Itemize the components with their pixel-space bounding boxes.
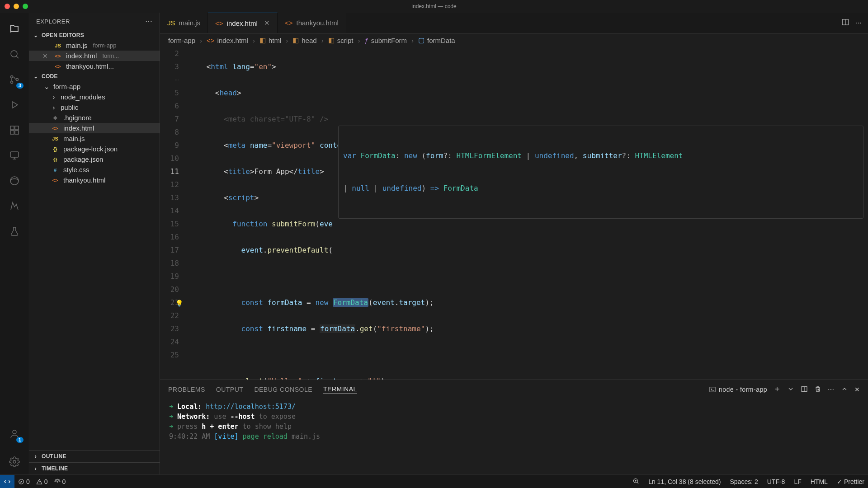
remote-indicator[interactable] <box>0 475 14 488</box>
timeline-section[interactable]: › TIMELINE <box>29 462 160 474</box>
open-editor-index[interactable]: ✕ <> index.html form... <box>29 51 160 61</box>
indentation[interactable]: Spaces: 2 <box>730 478 758 485</box>
svg-point-16 <box>57 481 57 482</box>
eol[interactable]: LF <box>794 478 801 485</box>
panel-tab-problems[interactable]: PROBLEMS <box>168 386 205 393</box>
tree-main-js[interactable]: JS main.js <box>29 133 160 144</box>
tree-package-lock[interactable]: {} package-lock.json <box>29 144 160 154</box>
tab-thankyou[interactable]: <> thankyou.html <box>278 13 346 33</box>
explorer-icon[interactable] <box>4 18 25 40</box>
editor-actions: ⋯ <box>835 13 868 33</box>
panel-tab-terminal[interactable]: TERMINAL <box>323 385 357 394</box>
search-icon[interactable] <box>4 43 25 65</box>
chevron-down-icon: ⌄ <box>33 73 39 80</box>
more-actions-icon[interactable]: ⋯ <box>856 19 862 26</box>
crumb-script: ◧ script <box>328 36 354 44</box>
tree-index-html[interactable]: <> index.html <box>29 123 160 133</box>
terminal-content[interactable]: ➜ Local: http://localhost:5173/ ➜ Networ… <box>160 399 868 474</box>
crumb-file: <>index.html <box>207 37 248 44</box>
cursor-position[interactable]: Ln 11, Col 38 (8 selected) <box>648 478 721 485</box>
sidebar: EXPLORER ⋯ ⌄ OPEN EDITORS JS main.js for… <box>29 13 160 474</box>
tab-close-icon[interactable]: ✕ <box>264 19 270 27</box>
chevron-right-icon: › <box>33 465 39 472</box>
editor-tabs: JS main.js <> index.html ✕ <> thankyou.h… <box>160 13 868 33</box>
port-forward[interactable]: 0 <box>54 478 66 485</box>
settings-gear-icon[interactable] <box>4 451 25 473</box>
terminal-label[interactable]: node - form-app <box>709 386 767 393</box>
live-share-icon[interactable] <box>4 195 25 217</box>
debug-icon[interactable] <box>4 94 25 116</box>
explorer-header: EXPLORER ⋯ <box>29 13 160 30</box>
split-terminal-icon[interactable] <box>801 385 808 394</box>
editor-group: JS main.js <> index.html ✕ <> thankyou.h… <box>160 13 868 474</box>
svg-point-9 <box>10 177 19 185</box>
window-title: index.html — code <box>0 3 868 9</box>
tab-main-js[interactable]: JS main.js <box>160 13 208 33</box>
scm-icon[interactable]: 3 <box>4 69 25 90</box>
tree-public[interactable]: › public <box>29 102 160 113</box>
tree-node-modules[interactable]: › node_modules <box>29 92 160 102</box>
encoding[interactable]: UTF-8 <box>767 478 785 485</box>
svg-rect-6 <box>10 131 14 134</box>
accounts-icon[interactable]: 1 <box>4 423 25 445</box>
remote-explorer-icon[interactable] <box>4 145 25 166</box>
svg-point-11 <box>13 460 16 463</box>
svg-rect-13 <box>710 387 715 392</box>
accounts-badge: 1 <box>16 437 24 443</box>
more-terminal-icon[interactable]: ⋯ <box>828 386 835 393</box>
error-count[interactable]: 0 <box>18 478 30 485</box>
split-editor-icon[interactable] <box>841 18 849 28</box>
panel-tabs: PROBLEMS OUTPUT DEBUG CONSOLE TERMINAL n… <box>160 380 868 399</box>
language-mode[interactable]: HTML <box>811 478 828 485</box>
warning-count[interactable]: 0 <box>36 478 48 485</box>
js-file-icon: JS <box>53 43 62 48</box>
open-editor-thankyou[interactable]: <> thankyou.html... <box>29 61 160 71</box>
new-terminal-icon[interactable] <box>774 385 781 394</box>
explorer-title: EXPLORER <box>36 18 70 25</box>
panel: PROBLEMS OUTPUT DEBUG CONSOLE TERMINAL n… <box>160 380 868 474</box>
html-file-icon: <> <box>53 53 62 59</box>
titlebar: index.html — code <box>0 0 868 13</box>
outline-section[interactable]: › OUTLINE <box>29 450 160 462</box>
beaker-icon[interactable] <box>4 221 25 242</box>
crumb-html: ◧ html <box>259 36 281 44</box>
breadcrumb[interactable]: form-app › <>index.html › ◧ html › ◧ hea… <box>160 33 868 47</box>
js-file-icon: JS <box>51 136 60 141</box>
open-editor-main[interactable]: JS main.js form-app <box>29 40 160 51</box>
tree-hgignore[interactable]: ◆ .hgignore <box>29 113 160 123</box>
folder-form-app[interactable]: ⌄ form-app <box>29 81 160 92</box>
html-file-icon: <> <box>285 19 293 27</box>
close-panel-icon[interactable]: ✕ <box>854 386 860 393</box>
status-bar: 0 0 0 Ln 11, Col 38 (8 selected) Spaces:… <box>0 474 868 488</box>
panel-tab-output[interactable]: OUTPUT <box>216 386 244 393</box>
svg-point-0 <box>11 51 17 57</box>
tree-style-css[interactable]: # style.css <box>29 164 160 175</box>
tree-package-json[interactable]: {} package.json <box>29 154 160 164</box>
parameter-hint-popup: var FormData: new (form?: HTMLFormElemen… <box>338 126 863 219</box>
tree-thankyou-html[interactable]: <> thankyou.html <box>29 175 160 185</box>
open-editors-section[interactable]: ⌄ OPEN EDITORS <box>29 30 160 40</box>
chevron-down-icon: ⌄ <box>33 32 39 38</box>
code-content: <html lang="en"> <head> <meta charset="U… <box>189 47 868 380</box>
svg-rect-8 <box>10 152 19 157</box>
close-icon[interactable]: ✕ <box>41 52 50 60</box>
code-editor[interactable]: 23⋯5678910111213141516171819202122232425… <box>160 47 868 380</box>
maximize-panel-icon[interactable] <box>841 385 848 394</box>
status-zoom-icon[interactable] <box>632 478 639 486</box>
lightbulb-icon[interactable]: 💡 <box>175 297 183 310</box>
extensions-icon[interactable] <box>4 119 25 141</box>
kill-terminal-icon[interactable] <box>814 385 821 394</box>
panel-tab-debug[interactable]: DEBUG CONSOLE <box>254 386 312 393</box>
js-file-icon: JS <box>167 19 175 27</box>
svg-point-2 <box>10 81 13 84</box>
formatter[interactable]: ✓ Prettier <box>837 478 864 485</box>
terminal-dropdown-icon[interactable] <box>787 385 794 394</box>
chevron-right-icon: › <box>33 453 39 460</box>
activity-bar: 3 1 <box>0 13 29 474</box>
project-section[interactable]: ⌄ CODE <box>29 71 160 81</box>
html-file-icon: <> <box>53 64 62 69</box>
edge-icon[interactable] <box>4 170 25 192</box>
more-icon[interactable]: ⋯ <box>145 17 153 26</box>
vscode-window: index.html — code 3 <box>0 0 868 488</box>
tab-index-html[interactable]: <> index.html ✕ <box>208 13 278 33</box>
